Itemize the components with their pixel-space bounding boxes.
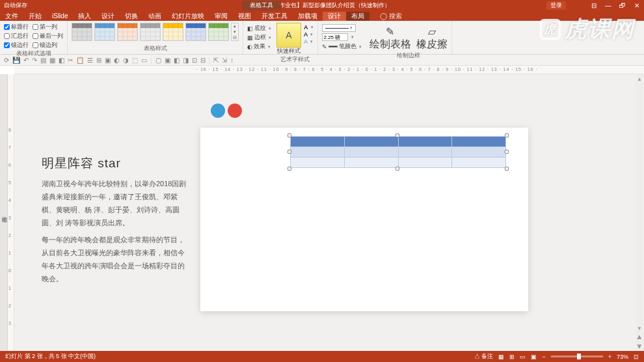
tab-developer[interactable]: 开发工具 [256,12,293,21]
selection-handle[interactable] [396,167,399,171]
qat-icon[interactable]: ◨ [183,57,189,64]
tab-slideshow[interactable]: 幻灯片放映 [167,12,209,21]
slide-canvas[interactable]: 明星阵容 star 湖南卫视今年跨年比较特别，以举办2018国剧盛典来迎接新的一… [14,74,644,351]
selection-handle[interactable] [288,167,291,171]
selection-handle[interactable] [288,150,291,154]
tab-view[interactable]: 视图 [233,12,256,21]
tab-transitions[interactable]: 切换 [120,12,143,21]
table-styles-gallery[interactable]: ▴▾⊟ [72,23,239,41]
tab-design[interactable]: 设计 [96,12,120,21]
qat-icon[interactable]: 📋 [76,57,84,64]
restore-icon[interactable]: 🗗 [615,2,630,9]
selection-handle[interactable] [288,133,291,137]
qat-icon[interactable]: ▤ [40,57,46,64]
qat-icon[interactable]: ⇲ [222,57,227,64]
view-reading-icon[interactable]: ▭ [520,354,526,360]
qat-icon[interactable]: ☰ [87,57,93,64]
view-sorter-icon[interactable]: ⊞ [509,354,515,360]
close-icon[interactable]: ✕ [630,2,644,9]
chk-first-col[interactable]: 第一列 [33,23,63,31]
tab-insert[interactable]: 插入 [73,12,96,21]
qat-redo-icon[interactable]: ↷ [32,57,37,64]
text-outline-dropdown[interactable]: A [304,31,314,38]
tab-review[interactable]: 审阅 [209,12,233,21]
style-thumb-4[interactable] [140,23,161,41]
zoom-level[interactable]: 73% [617,354,628,360]
qat-icon[interactable]: ◑ [123,57,129,64]
pen-style-dropdown[interactable] [322,24,356,32]
qat-save-icon[interactable]: 💾 [12,57,20,64]
tab-animations[interactable]: 动画 [143,12,167,21]
quick-styles-button[interactable]: A [276,23,301,48]
qat-icon[interactable]: ◧ [174,57,180,64]
tab-file[interactable]: 文件 [0,12,23,21]
login-button[interactable]: 登录 [546,1,566,10]
notes-button[interactable]: △ 备注 [474,352,494,361]
zoom-slider[interactable] [551,355,603,357]
qat-icon[interactable]: ▢ [155,57,161,64]
qat-icon[interactable]: ▣ [165,57,170,64]
zoom-out-icon[interactable]: − [542,354,545,360]
tab-home[interactable]: 开始 [23,12,47,21]
qat-undo-icon[interactable]: ↶ [23,57,29,64]
qat-icon[interactable]: ▣ [105,57,111,64]
gallery-more-button[interactable]: ▴▾⊟ [231,23,239,41]
table-row[interactable] [291,147,506,158]
tab-islide[interactable]: iSlide [47,12,73,20]
scroll-down-icon[interactable]: ▼ [636,324,643,333]
search-box[interactable]: ◯ 搜索 [375,12,407,21]
slide-counter[interactable]: 幻灯片 第 2 张，共 5 张 中文(中国) [5,352,96,361]
minimize-icon[interactable]: — [601,2,615,9]
fit-to-window-icon[interactable]: ⊡ [634,354,639,360]
borders-dropdown[interactable]: ▦ 边框 [247,33,271,42]
vertical-scrollbar[interactable]: ▲ ▼ ⯅ ⯆ [636,74,643,351]
chk-total-row[interactable]: 汇总行 [4,32,29,40]
shading-dropdown[interactable]: ◧ 底纹 [247,24,271,33]
qat-icon[interactable]: ◐ [114,57,120,64]
chk-banded-row[interactable]: 镶边行 [4,41,29,49]
slide[interactable] [200,128,528,311]
qat-icon[interactable]: ◧ [59,57,64,64]
qat-autosave-icon[interactable]: ⟳ [4,57,9,64]
tab-table-design[interactable]: 设计 [323,12,346,21]
text-fill-dropdown[interactable]: A [304,24,314,31]
table-row[interactable] [291,137,506,147]
eraser-button[interactable]: ▱橡皮擦 [416,25,448,51]
chk-banded-col[interactable]: 镶边列 [33,41,63,49]
style-thumb-7[interactable] [208,23,229,41]
pen-color-dropdown[interactable]: ✎ 笔颜色 [322,42,362,51]
qat-icon[interactable]: ⇱ [213,57,219,64]
qat-icon[interactable]: ▦ [49,57,55,64]
tab-addins[interactable]: 加载项 [293,12,323,21]
view-normal-icon[interactable]: ▦ [498,354,504,360]
zoom-in-icon[interactable]: + [608,354,611,360]
pen-weight-input[interactable] [322,33,348,41]
qat-icon[interactable]: ⊡ [192,57,197,64]
table-object[interactable] [290,136,506,168]
selection-handle[interactable] [505,167,509,171]
thumbnail-pane-collapsed[interactable]: 缩略图 [0,74,8,351]
style-thumb-3[interactable] [117,23,138,41]
selection-handle[interactable] [505,133,509,137]
next-slide-icon[interactable]: ⯆ [636,342,643,351]
prev-slide-icon[interactable]: ⯅ [636,333,643,342]
autosave-toggle[interactable]: 自动保存 [4,1,27,10]
selection-handle[interactable] [505,150,509,154]
chk-last-col[interactable]: 最后一列 [33,32,63,40]
text-effects-dropdown[interactable]: A [304,38,314,45]
view-slideshow-icon[interactable]: ▣ [531,354,537,360]
qat-icon[interactable]: ⬚ [132,57,138,64]
qat-icon[interactable]: ✂ [68,57,73,64]
style-thumb-1[interactable] [72,23,92,41]
chk-header-row[interactable]: 标题行 [4,23,29,31]
selection-handle[interactable] [396,133,399,137]
qat-icon[interactable]: ⊟ [200,57,206,64]
scroll-up-icon[interactable]: ▲ [636,74,643,83]
qat-icon[interactable]: ↕ [230,57,234,64]
draw-table-button[interactable]: ✎绘制表格 [369,25,411,51]
effects-dropdown[interactable]: ◐ 效果 [247,42,271,51]
qat-icon[interactable]: ▭ [141,57,147,64]
style-thumb-6[interactable] [185,23,206,41]
style-thumb-2[interactable] [94,23,115,41]
style-thumb-5[interactable] [163,23,183,41]
